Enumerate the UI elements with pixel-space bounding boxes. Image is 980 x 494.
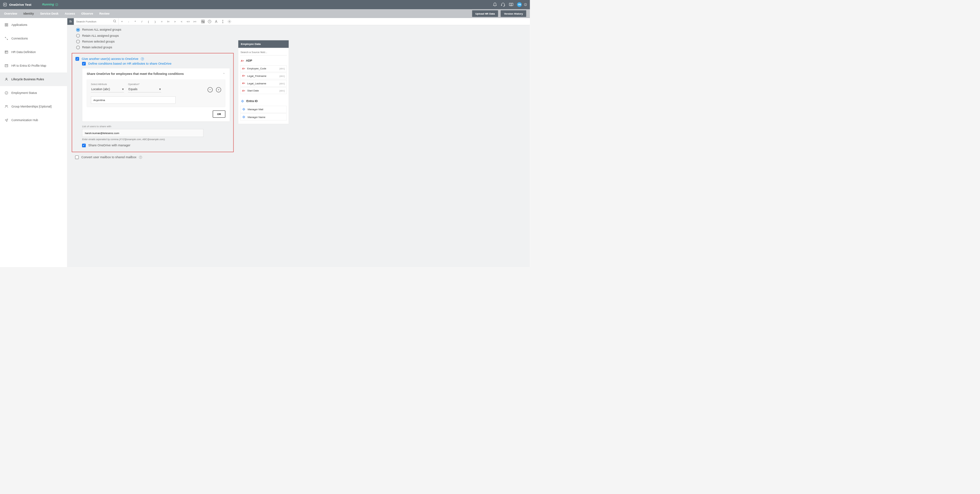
upload-hr-button[interactable]: Upload HR Data	[472, 10, 498, 17]
sidebar-item-lifecycle-business-rules[interactable]: Lifecycle Business Rules	[0, 73, 67, 86]
define-conditions-checkbox[interactable]	[82, 62, 86, 66]
sidebar-item-hr-data-definition[interactable]: HR Data Definition	[0, 45, 67, 59]
sidebar-item-communication-hub[interactable]: Communication Hub	[0, 113, 67, 127]
provider-adp[interactable]: A>ADP	[238, 57, 288, 65]
search-icon[interactable]	[113, 19, 117, 24]
field-name: Start Date	[247, 89, 259, 92]
operator-button[interactable]: *	[132, 18, 138, 24]
chevron-up-icon[interactable]	[223, 72, 226, 76]
share-manager-row[interactable]: Share OneDrive with manager	[82, 144, 230, 147]
define-conditions-row[interactable]: Define conditions based on HR attributes…	[82, 62, 230, 66]
conditions-header[interactable]: Share OneDrive for employees that meet t…	[82, 68, 230, 79]
attribute-select[interactable]: Location (abc) ▾	[91, 86, 124, 92]
operation-select[interactable]: Equals ▾	[128, 86, 161, 92]
source-field[interactable]: A>Legal_Firstname(abc)	[240, 73, 287, 79]
share-manager-checkbox[interactable]	[82, 144, 86, 147]
svg-rect-19	[202, 20, 203, 21]
condition-value-input[interactable]	[91, 96, 176, 103]
field-name: Legal_Lastname	[247, 82, 266, 85]
tab-identity[interactable]: Identity	[23, 11, 34, 16]
radio-button[interactable]	[76, 34, 80, 37]
help-icon[interactable]: ?	[141, 57, 144, 60]
convert-mailbox-checkbox[interactable]	[75, 156, 79, 159]
radio-option[interactable]: Retain selected groups	[76, 44, 234, 50]
users-email-input[interactable]	[82, 129, 204, 137]
avatar[interactable]: YR	[517, 2, 522, 7]
add-condition-button[interactable]: +	[216, 87, 221, 92]
version-history-button[interactable]: Version History	[501, 10, 526, 17]
adp-icon: A>	[242, 89, 245, 92]
sidebar-item-employment-status[interactable]: Employment Status	[0, 86, 67, 100]
svg-point-13	[6, 78, 7, 79]
svg-rect-8	[7, 25, 8, 26]
tab-review[interactable]: Review	[99, 11, 110, 16]
source-field[interactable]: Manager Name	[240, 114, 287, 121]
radio-option[interactable]: Remove ALL assigned groups	[76, 27, 234, 33]
operation-label: Operation*	[128, 83, 161, 86]
grid-icon[interactable]	[200, 18, 206, 24]
gear-icon[interactable]	[226, 18, 233, 24]
font-icon[interactable]	[213, 18, 220, 24]
radio-option[interactable]: Remove selected groups	[76, 39, 234, 44]
entra-icon	[242, 115, 246, 119]
back-icon[interactable]	[3, 3, 7, 7]
operator-button[interactable]: (	[145, 18, 152, 24]
employee-data-panel: Employee Data A>ADPA>Employee_Code(abc)A…	[238, 40, 289, 124]
operator-button[interactable]: /	[138, 18, 145, 24]
operator-button[interactable]: <	[178, 18, 185, 24]
sidebar-icon	[5, 91, 8, 95]
headset-icon[interactable]	[501, 2, 505, 7]
operator-button[interactable]: >=	[192, 18, 198, 24]
clock-icon[interactable]	[206, 18, 213, 24]
source-field-search[interactable]	[240, 49, 287, 56]
svg-rect-20	[203, 20, 205, 21]
operator-button[interactable]: )	[152, 18, 158, 24]
radio-button[interactable]	[76, 28, 80, 32]
sidebar-item-connections[interactable]: Connections	[0, 32, 67, 45]
tab-observe[interactable]: Observe	[81, 11, 94, 16]
svg-point-14	[5, 92, 8, 94]
radio-button[interactable]	[76, 40, 80, 44]
bell-icon[interactable]	[493, 2, 497, 7]
sidebar-item-label: Connections	[11, 37, 28, 40]
content: fx +-*/()=!=><<=>= Remove ALL assigned g…	[67, 18, 530, 267]
operator-button[interactable]: =	[159, 18, 165, 24]
operator-button[interactable]: -	[125, 18, 132, 24]
provider-entra-id[interactable]: Entra ID	[238, 97, 288, 105]
search-function-input[interactable]	[74, 18, 118, 24]
radio-group: Remove ALL assigned groupsRetain ALL ass…	[72, 27, 234, 50]
remove-condition-button[interactable]: −	[208, 87, 213, 92]
tab-overview[interactable]: Overview	[4, 11, 18, 16]
convert-mailbox-row[interactable]: Convert user mailbox to shared mailbox ?	[72, 156, 234, 159]
tabs-bar: OverviewIdentityService DeskAccessObserv…	[0, 9, 530, 18]
give-access-row[interactable]: Give another user(s) access to OneDrive …	[76, 57, 230, 61]
sidebar-item-applications[interactable]: Applications	[0, 18, 67, 32]
book-icon[interactable]	[509, 2, 514, 7]
entra-icon	[242, 108, 246, 111]
info-icon[interactable]	[220, 18, 226, 24]
attribute-label: Select Attribute	[91, 83, 124, 86]
attribute-field: Select Attribute Location (abc) ▾	[91, 83, 124, 92]
help-icon[interactable]: ?	[139, 156, 142, 159]
operator-button[interactable]: +	[119, 18, 125, 24]
operator-button[interactable]: <=	[185, 18, 191, 24]
tab-service-desk[interactable]: Service Desk	[40, 11, 59, 16]
source-field[interactable]: A>Start Date(abc)	[240, 87, 287, 94]
sidebar: ApplicationsConnectionsHR Data Definitio…	[0, 18, 67, 267]
source-field[interactable]: Manager Mail	[240, 106, 287, 113]
sidebar-item-group-memberships-optional-[interactable]: Group Memberships [Optional]	[0, 100, 67, 113]
operator-button[interactable]: !=	[165, 18, 172, 24]
source-field[interactable]: A>Legal_Lastname(abc)	[240, 80, 287, 86]
alert-icon[interactable]	[524, 3, 527, 6]
give-access-checkbox[interactable]	[76, 57, 79, 61]
convert-mailbox-label: Convert user mailbox to shared mailbox	[81, 156, 137, 159]
operator-button[interactable]: >	[172, 18, 178, 24]
adp-icon: A>	[242, 75, 245, 78]
sidebar-item-hr-to-entra-id-profile-map[interactable]: HR to Entra ID Profile Map	[0, 59, 67, 73]
source-field[interactable]: A>Employee_Code(abc)	[240, 65, 287, 72]
radio-button[interactable]	[76, 46, 80, 49]
provider-label: ADP	[246, 59, 252, 63]
tab-access[interactable]: Access	[64, 11, 75, 16]
radio-option[interactable]: Retain ALL assigned groups	[76, 33, 234, 38]
or-button[interactable]: OR	[213, 110, 225, 118]
